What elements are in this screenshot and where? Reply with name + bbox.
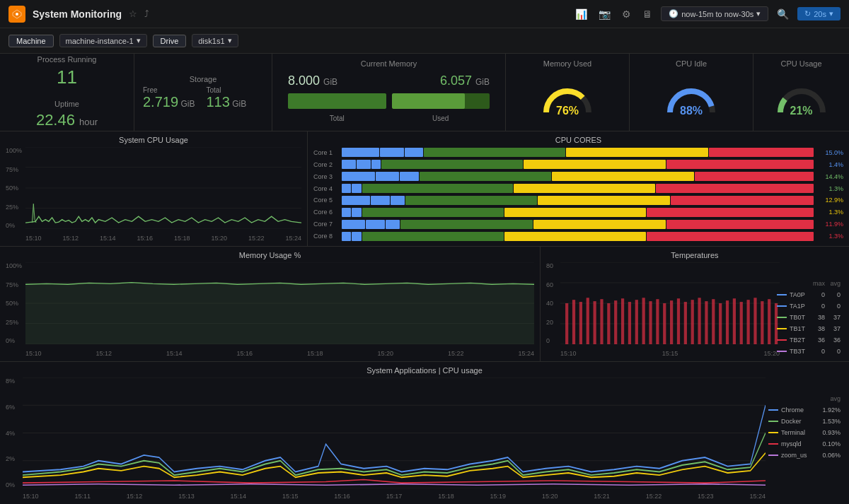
- apps-inner: 8% 6% 4% 2% 0% 15:10 15:11 15:12 15:13 1…: [6, 377, 843, 500]
- temps-legend-ta1p: TA1P 0 0: [777, 300, 841, 312]
- star-icon[interactable]: ☆: [129, 8, 137, 19]
- app-terminal: Terminal 0.93%: [768, 427, 841, 438]
- temps-y-labels: 80 60 40 20 0: [546, 262, 553, 344]
- apps-x-labels: 15:10 15:11 15:12 15:13 15:14 15:15 15:1…: [23, 493, 766, 500]
- core-2-bar: [342, 160, 814, 169]
- apps-svg: [23, 377, 766, 488]
- app-zoom: zoom_us 0.06%: [768, 450, 841, 461]
- gauge-wrap-idle: 88%: [663, 81, 720, 116]
- svg-rect-23: [607, 303, 610, 344]
- tb0t-line: [777, 317, 787, 318]
- core-1-bar: [342, 148, 814, 157]
- svg-rect-43: [747, 300, 750, 344]
- drive-filter-value: disk1s1: [198, 37, 224, 45]
- svg-rect-36: [698, 298, 700, 344]
- process-value: 11: [37, 66, 97, 88]
- camera-icon[interactable]: 📷: [596, 6, 613, 23]
- apps-title: System Applications | CPU usage: [6, 366, 843, 375]
- mem-usage-inner: 100% 75% 50% 25% 0% 15:10 15:12 15:14 15…: [6, 262, 534, 357]
- cpu-usage-gauge-card: CPU Usage 21%: [753, 54, 849, 131]
- memory-used-gauge: 76%: [514, 71, 620, 125]
- svg-rect-19: [579, 302, 582, 344]
- memory-used-bar: [392, 93, 490, 109]
- chart-icon[interactable]: 📊: [572, 6, 590, 23]
- memory-used: 6.057 GiB: [440, 74, 490, 88]
- apps-y-labels: 8% 6% 4% 2% 0%: [6, 377, 15, 488]
- svg-rect-38: [712, 299, 715, 344]
- zoom-out-icon[interactable]: 🔍: [774, 6, 792, 23]
- svg-rect-46: [768, 299, 770, 344]
- cpu-idle-gauge-value: 88%: [680, 105, 703, 117]
- core-bars: [342, 147, 814, 242]
- chevron-down-icon: ▾: [756, 9, 761, 18]
- temps-legend-header: max avg: [777, 278, 841, 289]
- svg-rect-21: [594, 301, 596, 344]
- svg-rect-18: [572, 300, 575, 344]
- cpu-x-labels: 15:10 15:12 15:14 15:16 15:18 15:20 15:2…: [25, 235, 301, 242]
- stats-row: Process Running 11 Uptime 22.46 hour Sto…: [0, 54, 849, 131]
- machine-filter-dropdown[interactable]: machine-instance-1 ▾: [59, 34, 147, 47]
- memory-title: Current Memory: [281, 59, 497, 68]
- memory-total-bar-fill: [288, 93, 386, 109]
- memory-bars: [281, 93, 497, 109]
- ta0p-line: [777, 294, 787, 295]
- refresh-rate-label: 20s: [814, 10, 826, 18]
- cpu-cores-chart-panel: CPU CORES Core 1 Core 2 Core 3 Core 4 Co…: [308, 131, 849, 246]
- core-8-bar: [342, 232, 814, 241]
- mem-y-labels: 100% 75% 50% 25% 0%: [6, 262, 22, 344]
- cpu-usage-chart-panel: System CPU Usage: [0, 131, 308, 246]
- core-4-bar: [342, 184, 814, 193]
- monitor-icon[interactable]: 🖥: [640, 6, 655, 23]
- temps-x-labels: 15:10 15:15 15:20: [560, 350, 780, 357]
- cpu-usage-gauge: 21%: [762, 71, 841, 125]
- app-chrome: Chrome 1.92%: [768, 404, 841, 416]
- temps-title: Temperatures: [546, 251, 843, 259]
- tb1t-line: [777, 328, 787, 329]
- charts-row3: System Applications | CPU usage: [0, 362, 849, 504]
- cpu-usage-chart-title: System CPU Usage: [6, 136, 301, 144]
- svg-rect-44: [753, 298, 756, 344]
- cpu-idle-gauge: 88%: [638, 71, 744, 125]
- gauge-wrap-cpu: 21%: [773, 81, 830, 116]
- refresh-button[interactable]: ↻ 20s ▾: [797, 7, 841, 20]
- memory-total: 8.000 GiB: [288, 74, 337, 88]
- settings-icon[interactable]: ⚙: [619, 6, 634, 23]
- memory-total-bar: [288, 93, 386, 109]
- process-card: Process Running 11 Uptime 22.46 hour: [0, 54, 134, 131]
- share-icon[interactable]: ⤴: [144, 8, 149, 19]
- time-range-selector[interactable]: 🕐 now-15m to now-30s ▾: [661, 6, 768, 21]
- cpu-idle-title: CPU Idle: [638, 59, 744, 68]
- temps-inner: 80 60 40 20 0 15:10 15:15 15:20: [546, 262, 843, 357]
- storage-free-unit: GiB: [180, 99, 195, 109]
- temps-legend-ta0p: TA0P 0 0: [777, 289, 841, 300]
- temps-legend-tb1t: TB1T 38 37: [777, 323, 841, 334]
- memory-total-label: Total: [288, 115, 386, 122]
- topbar: System Monitoring ☆ ⤴ 📊 📷 ⚙ 🖥 🕐 now-15m …: [0, 0, 849, 28]
- core-7-bar: [342, 220, 814, 229]
- svg-marker-11: [25, 283, 534, 344]
- svg-rect-42: [740, 302, 743, 344]
- memory-card: Current Memory 8.000 GiB 6.057 GiB: [272, 54, 506, 131]
- machine-filter-label: Machine: [8, 35, 54, 47]
- svg-rect-45: [761, 301, 763, 344]
- main-content: Process Running 11 Uptime 22.46 hour Sto…: [0, 54, 849, 504]
- drive-filter-dropdown[interactable]: disk1s1 ▾: [192, 34, 238, 47]
- tb2t-line: [777, 339, 787, 341]
- machine-filter-value: machine-instance-1: [66, 37, 134, 45]
- apps-chart-panel: System Applications | CPU usage: [0, 362, 849, 504]
- svg-rect-25: [621, 298, 624, 344]
- svg-rect-22: [600, 299, 603, 344]
- app-docker: Docker 1.53%: [768, 416, 841, 427]
- cpu-cores-inner: Core 1 Core 2 Core 3 Core 4 Core 5 Core …: [313, 147, 843, 242]
- cpu-usage-gauge-value: 21%: [790, 105, 812, 117]
- storage-total-value: 113: [206, 94, 229, 110]
- memory-used-gauge-value: 76%: [556, 105, 579, 117]
- storage-card: Storage Free 2.719 GiB Total 113: [134, 54, 272, 131]
- storage-free-value: 2.719: [143, 94, 178, 110]
- mem-usage-title: Memory Usage %: [6, 251, 534, 259]
- charts-row2: Memory Usage % 100%: [0, 247, 849, 362]
- core-6-bar: [342, 208, 814, 217]
- svg-rect-34: [684, 302, 687, 344]
- temps-legend-tb2t: TB2T 36 36: [777, 334, 841, 346]
- temps-legend-tb0t: TB0T 38 37: [777, 312, 841, 323]
